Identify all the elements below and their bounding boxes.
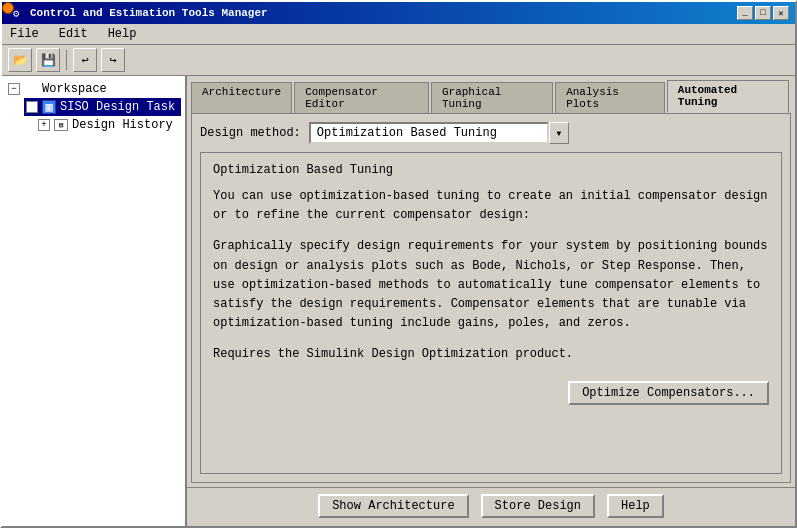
right-panel: Architecture Compensator Editor Graphica… [187,76,795,526]
sidebar-item-history[interactable]: + ▤ Design History [36,116,181,134]
content-bottom: Optimize Compensators... [213,377,769,405]
tab-bar: Architecture Compensator Editor Graphica… [187,76,795,113]
tab-analysis-plots[interactable]: Analysis Plots [555,82,665,113]
history-icon: ▤ [53,117,69,133]
siso-toggle[interactable]: − [26,101,38,113]
sidebar: − Workspace − ▦ SISO Design Task [2,76,187,526]
paragraph-3: Requires the Simulink Design Optimizatio… [213,345,769,364]
siso-label: SISO Design Task [60,100,175,114]
undo-button[interactable]: ↩ [73,48,97,72]
content-box-title: Optimization Based Tuning [213,163,769,177]
workspace-toggle[interactable]: − [8,83,20,95]
help-button[interactable]: Help [607,494,664,518]
tab-architecture[interactable]: Architecture [191,82,292,113]
show-architecture-button[interactable]: Show Architecture [318,494,468,518]
menu-file[interactable]: File [6,26,43,42]
redo-button[interactable]: ↪ [101,48,125,72]
menu-help[interactable]: Help [104,26,141,42]
title-bar-buttons: _ □ ✕ [737,6,789,20]
tree-child-siso: − ▦ SISO Design Task [6,98,181,116]
design-method-select: Optimization Based Tuning ▼ [309,122,569,144]
tab-content-automated-tuning: Design method: Optimization Based Tuning… [191,113,791,483]
title-bar: ⚙ Control and Estimation Tools Manager _… [2,2,795,24]
history-label: Design History [72,118,173,132]
workspace-label: Workspace [42,82,107,96]
footer: Show Architecture Store Design Help [187,487,795,526]
save-button[interactable]: 💾 [36,48,60,72]
paragraph-2: Graphically specify design requirements … [213,237,769,333]
main-window: ⚙ Control and Estimation Tools Manager _… [0,0,797,528]
tab-automated-tuning[interactable]: Automated Tuning [667,80,789,113]
design-method-dropdown-value[interactable]: Optimization Based Tuning [309,122,549,144]
main-content: − Workspace − ▦ SISO Design Task [2,76,795,526]
design-method-dropdown-arrow[interactable]: ▼ [549,122,569,144]
toolbar: 📂 💾 ↩ ↪ [2,45,795,76]
content-text: You can use optimization-based tuning to… [213,187,769,365]
store-design-button[interactable]: Store Design [481,494,595,518]
close-button[interactable]: ✕ [773,6,789,20]
paragraph-1: You can use optimization-based tuning to… [213,187,769,225]
sidebar-item-siso[interactable]: − ▦ SISO Design Task [24,98,181,116]
window-title: Control and Estimation Tools Manager [30,7,268,19]
toolbar-separator [66,50,67,70]
optimize-compensators-button[interactable]: Optimize Compensators... [568,381,769,405]
menu-bar: File Edit Help [2,24,795,45]
minimize-button[interactable]: _ [737,6,753,20]
design-method-label: Design method: [200,126,301,140]
content-box: Optimization Based Tuning You can use op… [200,152,782,474]
workspace-icon [23,81,39,97]
tree-grandchild-history: + ▤ Design History [6,116,181,134]
history-toggle[interactable]: + [38,119,50,131]
title-bar-left: ⚙ Control and Estimation Tools Manager [8,5,268,21]
menu-edit[interactable]: Edit [55,26,92,42]
design-method-row: Design method: Optimization Based Tuning… [200,122,782,144]
sidebar-item-workspace[interactable]: − Workspace [6,80,181,98]
open-button[interactable]: 📂 [8,48,32,72]
maximize-button[interactable]: □ [755,6,771,20]
tab-compensator-editor[interactable]: Compensator Editor [294,82,429,113]
tab-graphical-tuning[interactable]: Graphical Tuning [431,82,553,113]
siso-icon: ▦ [41,99,57,115]
